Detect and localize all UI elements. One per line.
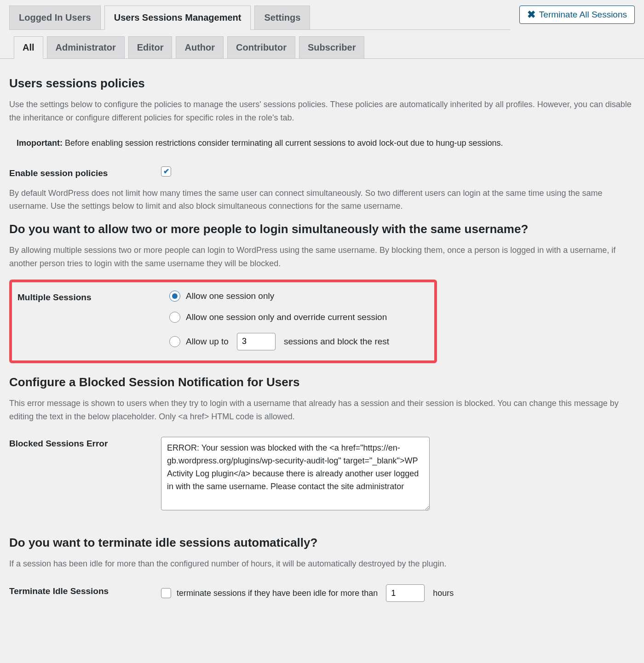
subtab-editor[interactable]: Editor [128, 36, 172, 58]
tab-users-sessions-management[interactable]: Users Sessions Management [104, 6, 251, 30]
important-text: Before enabling session restrictions con… [63, 138, 503, 148]
multiple-sessions-heading: Do you want to allow two or more people … [9, 222, 635, 236]
policies-heading: Users sessions policies [9, 76, 635, 91]
radio-allow-one-session[interactable]: Allow one session only [169, 291, 429, 302]
tab-settings[interactable]: Settings [254, 6, 310, 29]
subtab-administrator[interactable]: Administrator [47, 36, 125, 58]
radio-label: Allow one session only [186, 291, 274, 301]
role-tabs: All Administrator Editor Author Contribu… [0, 36, 644, 59]
hours-suffix: hours [433, 589, 454, 598]
radio-icon [169, 291, 180, 302]
multiple-sessions-label: Multiple Sessions [17, 291, 169, 303]
radio-icon [169, 336, 180, 347]
radio-icon [169, 312, 180, 323]
radio-label-pre: Allow up to [186, 337, 229, 347]
terminate-idle-checkbox[interactable] [161, 588, 171, 598]
enable-session-policies-label: Enable session policies [9, 166, 161, 178]
tab-logged-in-users[interactable]: Logged In Users [9, 6, 101, 29]
terminate-all-sessions-button[interactable]: ✖ Terminate All Sessions [519, 6, 635, 24]
max-sessions-input[interactable] [237, 333, 276, 350]
subtab-contributor[interactable]: Contributor [227, 36, 295, 58]
blocked-notification-heading: Configure a Blocked Session Notification… [9, 375, 635, 389]
close-icon: ✖ [527, 10, 535, 20]
subtab-author[interactable]: Author [176, 36, 224, 58]
multiple-sessions-description: By allowing multiple sessions two or mor… [9, 244, 635, 270]
terminate-idle-sessions-label: Terminate Idle Sessions [9, 584, 161, 596]
idle-hours-input[interactable] [386, 584, 425, 602]
important-note: Imoportant: Before enabling session rest… [9, 138, 635, 148]
blocked-sessions-error-label: Blocked Sessions Error [9, 437, 161, 449]
policies-description: Use the settings below to configure the … [9, 98, 635, 125]
enable-session-policies-checkbox[interactable] [161, 166, 171, 177]
subtab-subscriber[interactable]: Subscriber [299, 36, 364, 58]
terminate-idle-heading: Do you want to terminate idle sessions a… [9, 536, 635, 550]
terminate-idle-text: terminate sessions if they have been idl… [177, 589, 378, 598]
terminate-idle-description: If a session has been idle for more than… [9, 557, 635, 571]
blocked-notification-description: This error message is shown to users whe… [9, 397, 635, 423]
radio-label-post: sessions and block the rest [284, 337, 389, 347]
terminate-all-label: Terminate All Sessions [539, 10, 627, 20]
multiple-sessions-highlight: Multiple Sessions Allow one session only… [9, 280, 437, 363]
blocked-sessions-error-textarea[interactable] [161, 437, 430, 510]
subtab-all[interactable]: All [14, 36, 43, 59]
radio-allow-one-override[interactable]: Allow one session only and override curr… [169, 312, 429, 323]
radio-allow-up-to[interactable]: Allow up to sessions and block the rest [169, 333, 429, 350]
radio-label: Allow one session only and override curr… [186, 312, 387, 322]
primary-tabs: Logged In Users Users Sessions Managemen… [9, 6, 510, 30]
important-label: Imoportant: [17, 138, 63, 148]
by-default-description: By default WordPress does not limit how … [9, 187, 635, 213]
